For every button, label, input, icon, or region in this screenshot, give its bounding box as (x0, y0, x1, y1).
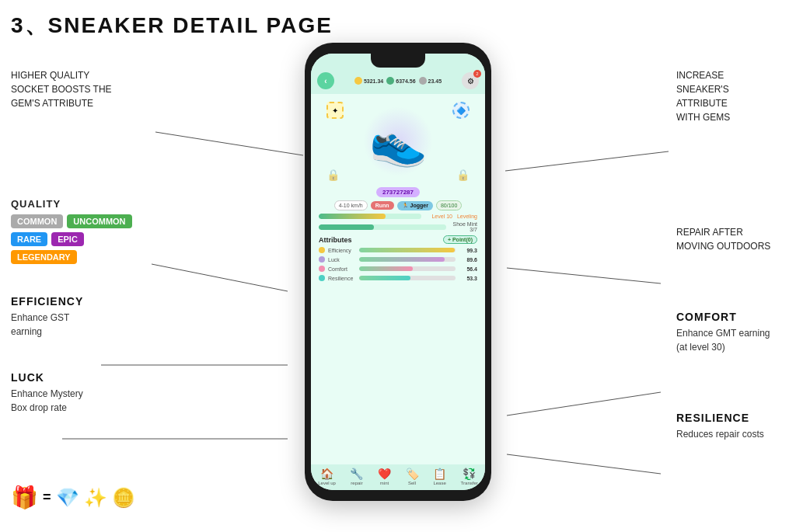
attr-track-luck (359, 257, 456, 262)
currency-dot-gold (354, 77, 362, 85)
svg-line-0 (155, 132, 303, 155)
mint-label: Shoe Mint 3/7 (449, 221, 477, 232)
attr-val-luck: 89.6 (459, 257, 477, 263)
currency-dot-green (386, 77, 394, 85)
attr-resilience: Resilience 53.3 (319, 275, 477, 281)
phone-notch (371, 54, 425, 68)
nav-mint[interactable]: ❤️ mint (378, 468, 391, 485)
level-bar-track (319, 214, 421, 219)
attr-comfort: Comfort 56.4 (319, 266, 477, 272)
comfort-title: COMFORT (676, 311, 785, 323)
speed-range: 4-10 km/h (334, 200, 368, 210)
attr-dot-luck (319, 256, 325, 263)
gems-icon-2: ✨ (84, 487, 107, 509)
comfort-section: COMFORT Enhance GMT earning(at level 30) (676, 311, 785, 354)
nav-label-levelup: Level up (318, 481, 336, 485)
sneaker-image: 👟 (369, 114, 428, 169)
annotation-socket-boost: HIGHER QUALITYSOCKET BOOSTS THEGEM'S ATT… (11, 68, 143, 110)
attr-fill-luck (359, 257, 445, 262)
gear-button[interactable]: ⚙ 2 (462, 72, 479, 89)
badge-epic: EPIC (51, 232, 84, 246)
nav-label-lease: Lease (433, 481, 445, 485)
attr-fill-resilience (359, 276, 410, 280)
nav-label-sell: Sell (408, 481, 416, 485)
points-button[interactable]: + Point(0) (443, 235, 477, 244)
efficiency-desc: Enhance GSTearning (11, 311, 83, 339)
nav-label-transfer: Transfer (461, 481, 478, 485)
lock-icon-right: 🔒 (456, 169, 470, 181)
mint-bar-fill (319, 224, 374, 230)
attr-fill-comfort (359, 266, 413, 271)
nav-icon-transfer: 💱 (463, 468, 476, 480)
hp-tag: 80/100 (436, 200, 462, 210)
resilience-title: RESILIENCE (676, 412, 785, 424)
speed-row: 4-10 km/h Runn 🏃 Jogger 80/100 (319, 200, 477, 210)
resilience-section: RESILIENCE Reduces repair costs (676, 412, 785, 441)
nav-sell[interactable]: 🏷️ Sell (406, 468, 419, 485)
nav-label-mint: mint (380, 481, 389, 485)
tag-jogger[interactable]: 🏃 Jogger (397, 201, 433, 210)
sneaker-display: ✦ 🔷 👟 🔒 🔒 (319, 99, 477, 184)
attr-name-efficiency: Efficiency (328, 248, 356, 253)
attributes-header: Attributes + Point(0) (319, 235, 477, 244)
mystery-box-row: 🎁 = 💎 ✨ 🪙 (11, 485, 135, 510)
currency-sol: 23.45 (419, 77, 442, 85)
luck-section: LUCK Enhance MysteryBox drop rate (11, 371, 83, 415)
nav-icon-repair: 🔧 (350, 468, 363, 480)
svg-line-6 (507, 392, 661, 416)
nav-lease[interactable]: 📋 Lease (433, 468, 446, 485)
attr-dot-resilience (319, 275, 325, 281)
nav-repair[interactable]: 🔧 repair (350, 468, 363, 485)
level-bar-fill (319, 214, 386, 219)
progress-bars: Level 10 Leveling Shoe Mint 3/7 (319, 214, 477, 232)
resilience-desc: Reduces repair costs (676, 427, 785, 441)
attr-val-efficiency: 99.3 (459, 248, 477, 253)
svg-line-1 (152, 264, 288, 291)
badge-uncommon: UNCOMMON (67, 214, 131, 228)
attr-name-comfort: Comfort (328, 266, 356, 272)
sneaker-id: 273727287 (376, 187, 420, 197)
tag-runner[interactable]: Runn (371, 201, 394, 210)
annotation-repair: REPAIR AFTERMOVING OUTDOORS (676, 225, 785, 253)
mint-bar: Shoe Mint 3/7 (319, 221, 477, 232)
nav-levelup[interactable]: 🏠 Level up (318, 468, 336, 485)
attr-dot-efficiency (319, 247, 325, 253)
attr-dot-comfort (319, 266, 325, 272)
phone-outer: ‹ 5321.34 6374.56 23.45 (305, 43, 491, 501)
attr-track-resilience (359, 276, 456, 280)
luck-title: LUCK (11, 371, 83, 384)
attr-val-comfort: 56.4 (459, 266, 477, 272)
attr-track-comfort (359, 266, 456, 271)
mint-bar-track (319, 224, 446, 230)
back-button[interactable]: ‹ (317, 72, 334, 89)
luck-desc: Enhance MysteryBox drop rate (11, 387, 83, 415)
attr-name-luck: Luck (328, 257, 356, 263)
efficiency-title: EFFICIENCY (11, 295, 83, 308)
bottom-nav: 🏠 Level up 🔧 repair ❤️ mint 🏷️ Sell 📋 (311, 464, 485, 490)
svg-line-4 (505, 151, 669, 171)
annotation-increase-sneaker: INCREASESNEAKER'SATTRIBUTEWITH GEMS (676, 68, 785, 124)
svg-line-5 (507, 268, 661, 283)
socket-right[interactable]: 🔷 (452, 102, 470, 119)
equals-sign: = (43, 489, 51, 506)
page-title: 3、SNEAKER DETAIL PAGE (11, 11, 333, 40)
nav-icon-lease: 📋 (433, 468, 446, 480)
svg-line-7 (507, 454, 661, 474)
socket-left[interactable]: ✦ (326, 102, 344, 119)
quality-section: QUALITY COMMON UNCOMMON RARE EPIC LEGEND… (11, 198, 151, 264)
level-label: Level 10 (424, 214, 452, 219)
quality-badges: COMMON UNCOMMON RARE EPIC LEGENDARY (11, 214, 151, 264)
gems-icon: 💎 (56, 487, 79, 509)
nav-transfer[interactable]: 💱 Transfer (461, 468, 478, 485)
coin-icon: 🪙 (112, 487, 135, 509)
currency-gmt: 6374.56 (386, 77, 415, 85)
gear-badge: 2 (473, 70, 481, 78)
attr-luck: Luck 89.6 (319, 256, 477, 263)
phone-mockup: ‹ 5321.34 6374.56 23.45 (305, 43, 491, 501)
badge-rare: RARE (11, 232, 47, 246)
currency-dot-gray (419, 77, 427, 85)
mystery-box-icon: 🎁 (11, 485, 38, 510)
level-bar: Level 10 Leveling (319, 214, 477, 219)
nav-icon-mint: ❤️ (378, 468, 391, 480)
phone-screen: ‹ 5321.34 6374.56 23.45 (311, 54, 485, 490)
